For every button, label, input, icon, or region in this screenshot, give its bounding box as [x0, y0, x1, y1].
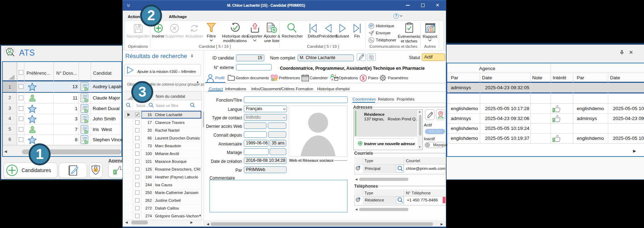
svg-text:$: $ [362, 75, 365, 81]
